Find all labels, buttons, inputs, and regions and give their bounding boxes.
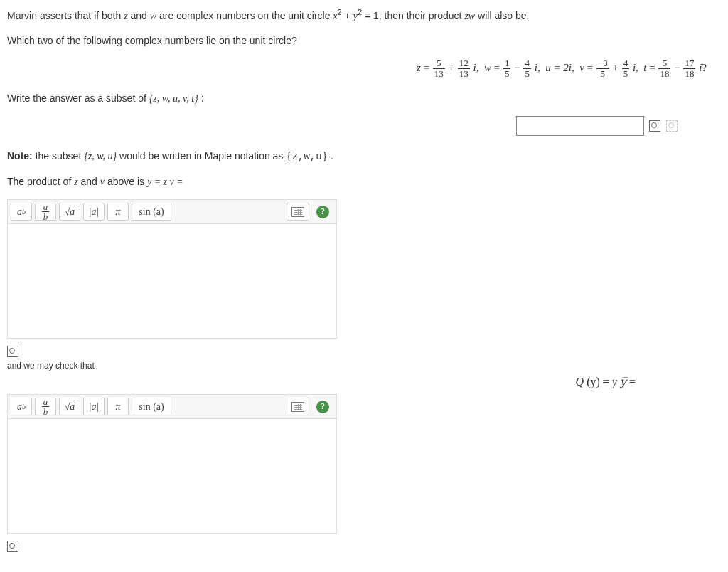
intro-line: Marvin asserts that if both z and w are …	[7, 9, 721, 23]
subset-answer-input[interactable]	[516, 116, 644, 136]
set: {z, w, u, v, t}	[149, 93, 198, 104]
help-icon: ?	[316, 206, 329, 218]
num: a	[42, 397, 50, 408]
txt: the subset	[36, 150, 85, 161]
tb-power-button[interactable]: ab	[11, 203, 32, 221]
eqed-toolbar: ab ab √a |a| π sin (a) ?	[7, 199, 337, 223]
txt: = 1,	[365, 10, 382, 21]
sqrt-icon: √	[65, 206, 70, 218]
sqrt-arg: a	[70, 401, 75, 413]
lbl: π	[115, 401, 120, 413]
y: y	[612, 376, 617, 388]
tb-sqrt-button[interactable]: √a	[59, 203, 80, 221]
eqed-toolbar: ab ab √a |a| π sin (a) ?	[7, 394, 337, 418]
txt: Marvin asserts that if both	[7, 10, 124, 21]
u-val: u = 2i	[545, 62, 572, 73]
qy-equation: Q (y) = y y̅ =	[7, 375, 721, 388]
exp: 2	[338, 8, 342, 16]
equation-editor-2: ab ab √a |a| π sin (a) ?	[7, 394, 337, 534]
lbl-sup: b	[22, 403, 26, 411]
den: 13	[458, 69, 470, 79]
den: 18	[658, 69, 670, 79]
tb-fraction-button[interactable]: ab	[35, 398, 56, 415]
txt: +	[345, 10, 353, 21]
lbl: sin (a)	[139, 401, 164, 413]
preview-icon[interactable]	[648, 120, 661, 132]
lbl: |a|	[89, 206, 100, 218]
keyboard-icon	[291, 402, 304, 412]
den: 5	[523, 69, 531, 79]
keyboard-icon	[291, 207, 304, 217]
txt: above is	[107, 176, 147, 187]
num: 5	[433, 58, 445, 69]
den: 5	[622, 69, 630, 79]
var-v: v	[100, 176, 105, 187]
num: 12	[458, 58, 470, 69]
exp: 2	[358, 8, 362, 16]
num: 4	[523, 58, 531, 69]
tb-keyboard-button[interactable]	[287, 398, 309, 415]
note-label: Note:	[7, 150, 33, 161]
tb-fraction-button[interactable]: ab	[35, 203, 56, 221]
den: b	[42, 407, 50, 417]
lbl: a	[17, 206, 22, 218]
var-z: z	[74, 176, 77, 187]
txt: (y) =	[584, 376, 612, 388]
tb-power-button[interactable]: ab	[11, 398, 32, 415]
history-icon[interactable]	[665, 120, 678, 132]
question-which-two: Which two of the following complex numbe…	[7, 33, 721, 48]
txt: then their product	[385, 10, 465, 21]
tb-abs-button[interactable]: |a|	[83, 203, 105, 221]
tb-help-button[interactable]: ?	[312, 203, 333, 221]
txt: .	[331, 150, 333, 161]
lbl: |a|	[89, 401, 100, 413]
tb-sin-button[interactable]: sin (a)	[132, 203, 171, 221]
tb-abs-button[interactable]: |a|	[83, 398, 105, 415]
Q: Q	[576, 376, 584, 388]
den: 13	[433, 69, 445, 79]
tb-sqrt-button[interactable]: √a	[59, 398, 80, 415]
sqrt-arg: a	[70, 206, 75, 218]
den: 5	[503, 69, 511, 79]
lbl: a	[17, 401, 22, 413]
equation-editor-1: ab ab √a |a| π sin (a) ?	[7, 199, 337, 339]
txt: =	[626, 376, 636, 388]
choices-equation-row: z = 513 + 1213 i, w = 15 − 45 i, u = 2i,…	[7, 58, 721, 78]
txt: The product of	[7, 176, 74, 187]
note-set: {z, w, u}	[84, 151, 117, 161]
help-icon: ?	[316, 401, 329, 413]
lbl-sup: b	[22, 208, 26, 216]
sqrt-icon: √	[65, 401, 70, 413]
txt: Write the answer as a subset of	[7, 92, 149, 104]
preview-icon[interactable]	[7, 346, 18, 357]
tb-sin-button[interactable]: sin (a)	[132, 398, 171, 415]
tb-help-button[interactable]: ?	[312, 398, 333, 415]
num: −3	[596, 58, 609, 69]
var-z: z	[124, 11, 127, 21]
num: 5	[658, 58, 670, 69]
num: a	[42, 202, 50, 213]
txt: and	[131, 10, 150, 21]
txt: :	[201, 92, 204, 104]
den: 5	[596, 69, 609, 79]
num: 1	[503, 58, 511, 69]
product-line: The product of z and v above is y = z v …	[7, 174, 721, 189]
var-w: w	[150, 11, 156, 21]
txt: would be written in Maple notation as	[119, 150, 286, 161]
num: 17	[683, 58, 695, 69]
var-zw: zw	[464, 11, 475, 21]
check-text: and we may check that	[7, 361, 721, 371]
den: 18	[683, 69, 695, 79]
subset-instruction: Write the answer as a subset of {z, w, u…	[7, 91, 721, 106]
qmark: ?	[702, 62, 707, 73]
txt: and	[81, 176, 100, 187]
tb-pi-button[interactable]: π	[107, 398, 129, 415]
equation-input-2[interactable]	[7, 418, 337, 534]
subset-answer-row	[7, 116, 721, 136]
y-bar: y̅	[620, 376, 626, 388]
tb-keyboard-button[interactable]	[287, 203, 309, 221]
preview-icon[interactable]	[7, 541, 18, 552]
den: b	[42, 212, 50, 222]
tb-pi-button[interactable]: π	[107, 203, 129, 221]
equation-input-1[interactable]	[7, 223, 337, 339]
